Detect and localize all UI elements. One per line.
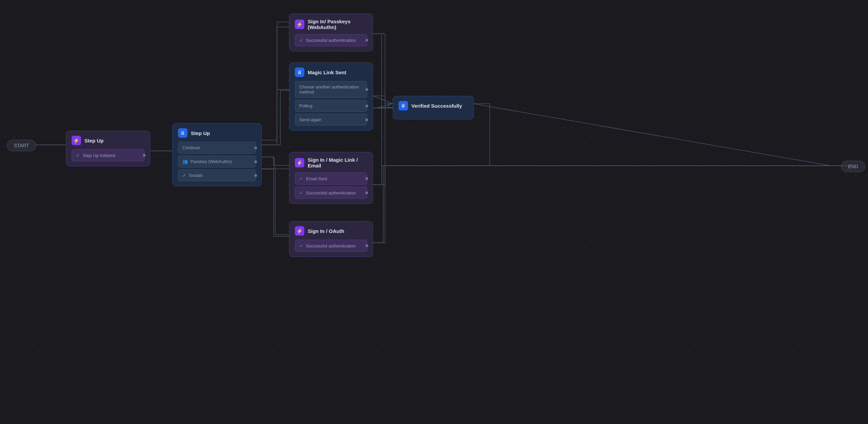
magic-link-sent-icon: 🖥 — [295, 68, 304, 77]
email-sent-dot — [365, 177, 368, 180]
step-up-2-passkey-label: Passkey (WebAuthn) — [190, 159, 232, 164]
step-up-1-title: Step Up — [84, 138, 104, 143]
start-node: START — [7, 140, 36, 151]
step-up-2-socials: ✓ Socials — [178, 169, 256, 181]
sign-in-oauth-header: ⚡ Sign In / OAuth — [295, 226, 367, 236]
passkeys-output-label: Successful authentication — [306, 38, 356, 43]
passkeys-icon: ⚡ — [295, 20, 304, 29]
magic-link-sent-header: 🖥 Magic Link Sent — [295, 68, 367, 77]
sign-in-auth-check-icon: ✓ — [299, 190, 303, 195]
sign-in-oauth-output: ✓ Successful authentication — [295, 240, 367, 252]
sign-in-magic-link-title: Sign In / Magic Link / Email — [308, 157, 367, 168]
sign-in-oauth-icon: ⚡ — [295, 226, 304, 236]
step-up-1-check-icon: ✓ — [76, 153, 80, 158]
passkeys-header: ⚡ Sign In/ Passkeys (WebAuthn) — [295, 19, 367, 30]
magic-link-send-again-dot — [365, 118, 368, 121]
magic-link-polling: Polling — [295, 100, 367, 112]
sign-in-magic-link-header: ⚡ Sign In / Magic Link / Email — [295, 157, 367, 168]
step-up-2-socials-label: Socials — [189, 173, 203, 178]
passkeys-title: Sign In/ Passkeys (WebAuthn) — [308, 19, 367, 30]
step-up-2-node: 🖥 Step Up Continue 👥 Passkey (WebAuthn) … — [172, 123, 262, 186]
oauth-dot — [365, 244, 368, 247]
sign-in-email-sent-label: Email Sent — [306, 176, 327, 181]
step-up-1-icon: ⚡ — [72, 136, 81, 145]
step-up-2-title: Step Up — [191, 130, 210, 136]
magic-link-polling-label: Polling — [299, 103, 312, 108]
sign-in-magic-link-node: ⚡ Sign In / Magic Link / Email ✓ Email S… — [289, 152, 373, 204]
step-up-2-continue-dot — [254, 147, 257, 149]
verified-title: Verified Successfully — [411, 103, 462, 109]
sign-in-magic-link-icon: ⚡ — [295, 158, 304, 167]
step-up-2-socials-dot — [254, 174, 257, 177]
start-label: START — [14, 143, 29, 148]
oauth-check-icon: ✓ — [299, 243, 303, 248]
step-up-1-header: ⚡ Step Up — [72, 136, 145, 145]
step-up-2-passkey: 👥 Passkey (WebAuthn) — [178, 156, 256, 167]
sign-in-oauth-title: Sign In / OAuth — [308, 228, 344, 234]
passkeys-node: ⚡ Sign In/ Passkeys (WebAuthn) ✓ Success… — [289, 14, 373, 51]
step-up-2-continue-label: Continue — [182, 145, 200, 150]
passkeys-dot — [365, 39, 368, 42]
magic-link-choose-another: Choose another authentication method — [295, 81, 367, 98]
sign-in-auth-dot — [365, 191, 368, 194]
step-up-1-output-label: Step Up Initiated — [83, 153, 115, 158]
step-up-1-output: ✓ Step Up Initiated — [72, 149, 145, 161]
magic-link-choose-label: Choose another authentication method — [299, 84, 363, 95]
magic-link-sent-title: Magic Link Sent — [308, 70, 346, 75]
magic-link-send-again: Send again — [295, 114, 367, 126]
svg-line-8 — [373, 96, 393, 104]
step-up-2-continue: Continue — [178, 142, 256, 154]
step-up-2-header: 🖥 Step Up — [178, 128, 256, 138]
magic-link-polling-dot — [365, 105, 368, 107]
sign-in-successful-auth: ✓ Successful authentication — [295, 187, 367, 199]
step-up-1-node: ⚡ Step Up ✓ Step Up Initiated — [66, 131, 150, 166]
email-sent-check-icon: ✓ — [299, 176, 303, 181]
step-up-2-icon: 🖥 — [178, 128, 187, 138]
magic-link-choose-dot — [365, 88, 368, 91]
verified-header: 🖥 Verified Successfully — [399, 101, 468, 110]
step-up-1-dot — [143, 154, 146, 157]
magic-link-sent-node: 🖥 Magic Link Sent Choose another authent… — [289, 62, 373, 131]
verified-successfully-node: 🖥 Verified Successfully — [393, 96, 474, 120]
passkeys-check-icon: ✓ — [299, 37, 303, 43]
sign-in-oauth-node: ⚡ Sign In / OAuth ✓ Successful authentic… — [289, 221, 373, 257]
sign-in-email-sent: ✓ Email Sent — [295, 173, 367, 185]
passkeys-output: ✓ Successful authentication — [295, 34, 367, 46]
end-label: END — [848, 164, 858, 169]
end-node: END — [841, 161, 865, 172]
sign-in-auth-label: Successful authentication — [306, 190, 356, 195]
passkey-people-icon: 👥 — [182, 159, 188, 164]
verified-icon: 🖥 — [399, 101, 408, 110]
magic-link-send-again-label: Send again — [299, 117, 322, 122]
svg-line-9 — [373, 107, 393, 108]
socials-chevron-icon: ✓ — [182, 173, 186, 178]
sign-in-oauth-output-label: Successful authentication — [306, 243, 356, 248]
step-up-2-passkey-dot — [254, 160, 257, 163]
